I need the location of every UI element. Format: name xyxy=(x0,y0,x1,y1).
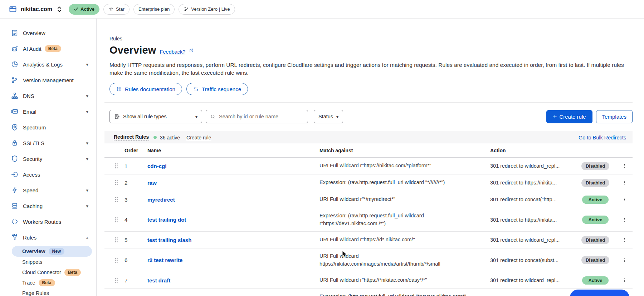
table-section-bar: Redirect Rules 36 active Create rule Go … xyxy=(104,132,633,143)
rule-name-link[interactable]: raw xyxy=(145,180,316,186)
rule-order: 4 xyxy=(125,217,145,223)
sidebar-item-spectrum[interactable]: Spectrum xyxy=(0,119,96,135)
sidebar-item-caching[interactable]: Caching xyxy=(0,198,96,214)
search-box[interactable] xyxy=(206,110,308,123)
sidebar-item-workers-routes[interactable]: Workers Routes xyxy=(0,214,96,230)
sidebar-item-dns[interactable]: DNS xyxy=(0,88,96,104)
rule-type-select[interactable]: Show all rule types xyxy=(109,110,202,123)
sidebar-item-email[interactable]: Email xyxy=(0,104,96,119)
shield-icon xyxy=(11,155,19,163)
rule-action: 301 redirect to https://nikita... xyxy=(487,180,574,186)
rule-name-link[interactable]: test trailing slash xyxy=(145,237,316,243)
sidebar-subitem-overview[interactable]: Overview New xyxy=(12,246,92,257)
funnel-icon xyxy=(11,233,19,241)
rule-name-link[interactable]: cdn-cgi xyxy=(145,163,316,169)
bulk-redirects-link[interactable]: Go to Bulk Redirects xyxy=(579,135,626,140)
rules-documentation-button[interactable]: Rules documentation xyxy=(109,83,182,95)
sidebar-item-speed[interactable]: Speed xyxy=(0,182,96,198)
sidebar-subitem-snippets[interactable]: Snippets xyxy=(12,257,92,267)
rule-match-expression: URI Full wildcard r"https://nikitac.com/… xyxy=(316,160,487,172)
kebab-menu-icon[interactable] xyxy=(621,276,628,284)
version-badge[interactable]: Version Zero | Live xyxy=(179,4,235,15)
login-arrow-icon xyxy=(11,171,19,178)
chevron-down-icon xyxy=(86,203,88,209)
sidebar-item-rules[interactable]: Rules xyxy=(0,230,96,245)
kebab-menu-icon[interactable] xyxy=(621,196,628,203)
rule-match-expression: Expression: (raw.http.request.full_uri w… xyxy=(316,177,487,189)
status-active-badge: Active xyxy=(69,4,99,15)
git-branch-icon xyxy=(11,76,19,84)
external-link-icon[interactable] xyxy=(189,48,194,53)
active-count: 36 active xyxy=(160,135,180,140)
sidebar-item-overview[interactable]: Overview xyxy=(0,25,96,41)
search-input[interactable] xyxy=(219,114,303,119)
sidebar-subitem-page-rules[interactable]: Page Rules xyxy=(12,288,92,296)
chevron-down-icon xyxy=(195,114,197,119)
new-badge: New xyxy=(49,248,65,255)
sidebar-item-access[interactable]: Access xyxy=(0,167,96,182)
rules-submenu: Overview New Snippets Cloud Connector Be… xyxy=(0,246,96,296)
chevron-down-icon xyxy=(336,114,338,119)
rule-action: 301 redirect to concat(subst... xyxy=(487,257,574,263)
rule-order: 6 xyxy=(125,257,145,263)
drag-handle-icon[interactable] xyxy=(114,277,119,283)
column-order: Order xyxy=(125,148,145,153)
drag-handle-icon[interactable] xyxy=(114,257,119,263)
status-badge: Active xyxy=(582,276,609,285)
stack-icon xyxy=(11,202,19,210)
status-select[interactable]: Status xyxy=(314,110,343,123)
status-badge: Active xyxy=(582,196,609,204)
table-row: 3 myredirect URI Full wildcard r"*/myred… xyxy=(104,191,633,208)
breadcrumb: Rules xyxy=(109,36,633,41)
kebab-menu-icon[interactable] xyxy=(621,236,628,244)
sidebar-subitem-trace[interactable]: Trace Beta xyxy=(12,277,92,288)
table-row: 6 r2 test rewrite URI Full wildcard http… xyxy=(104,248,633,272)
feedback-link[interactable]: Feedback? xyxy=(160,49,186,55)
rule-name-link[interactable]: myredirect xyxy=(145,197,316,203)
chevron-down-icon xyxy=(86,93,88,99)
create-rule-button[interactable]: +Create rule xyxy=(546,110,592,123)
site-window-icon xyxy=(9,5,17,14)
beta-badge: Beta xyxy=(39,279,55,286)
beta-badge: Beta xyxy=(45,45,61,52)
plan-badge[interactable]: Enterprise plan xyxy=(133,4,175,15)
drag-handle-icon[interactable] xyxy=(114,196,119,203)
redirect-rules-tab[interactable]: Redirect Rules xyxy=(114,134,149,141)
divider xyxy=(104,102,633,103)
kebab-menu-icon[interactable] xyxy=(621,256,628,264)
redirect-rules-table: Redirect Rules 36 active Create rule Go … xyxy=(104,132,633,296)
kebab-menu-icon[interactable] xyxy=(621,179,628,187)
sidebar-subitem-cloud-connector[interactable]: Cloud Connector Beta xyxy=(12,267,92,277)
lock-icon xyxy=(11,139,19,147)
traffic-sequence-button[interactable]: Traffic sequence xyxy=(186,83,248,95)
kebab-menu-icon[interactable] xyxy=(621,162,628,170)
site-selector-icon[interactable] xyxy=(56,5,63,13)
table-body: 1 cdn-cgi URI Full wildcard r"https://ni… xyxy=(104,158,633,296)
drag-handle-icon[interactable] xyxy=(114,179,119,186)
rule-match-expression: URI Full wildcard r"https://d*.nikitac.c… xyxy=(316,234,487,246)
sidebar-item-version-management[interactable]: Version Management xyxy=(0,72,96,88)
rule-name-link[interactable]: test trailing dot xyxy=(145,217,316,223)
drag-handle-icon[interactable] xyxy=(114,237,119,243)
rule-order: 5 xyxy=(125,237,145,243)
rule-order: 7 xyxy=(125,277,145,283)
sidebar-item-analytics-logs[interactable]: Analytics & Logs xyxy=(0,56,96,72)
sidebar: Overview AI Audit Beta Analytics & Logs … xyxy=(0,19,97,296)
table-header-row: Order Name Match against Action xyxy=(104,143,633,158)
rule-name-link[interactable]: r2 test rewrite xyxy=(145,257,316,263)
star-button[interactable]: Star xyxy=(103,4,130,15)
templates-button[interactable]: Templates xyxy=(596,110,633,123)
rule-match-expression: URI Full wildcard r"https://*nikitac.com… xyxy=(316,274,487,286)
shield-gear-icon xyxy=(11,123,19,131)
floating-action-pill[interactable] xyxy=(570,290,629,296)
sidebar-item-ai-audit[interactable]: AI Audit Beta xyxy=(0,41,96,56)
rule-name-link[interactable]: test draft xyxy=(145,277,316,283)
drag-handle-icon[interactable] xyxy=(114,217,119,223)
page-description: Modify HTTP requests and responses, perf… xyxy=(109,61,633,77)
kebab-menu-icon[interactable] xyxy=(621,216,628,224)
column-action: Action xyxy=(487,148,574,153)
drag-handle-icon[interactable] xyxy=(114,163,119,169)
create-rule-link[interactable]: Create rule xyxy=(186,135,211,140)
sidebar-item-security[interactable]: Security xyxy=(0,151,96,167)
sidebar-item-ssl-tls[interactable]: SSL/TLS xyxy=(0,135,96,151)
